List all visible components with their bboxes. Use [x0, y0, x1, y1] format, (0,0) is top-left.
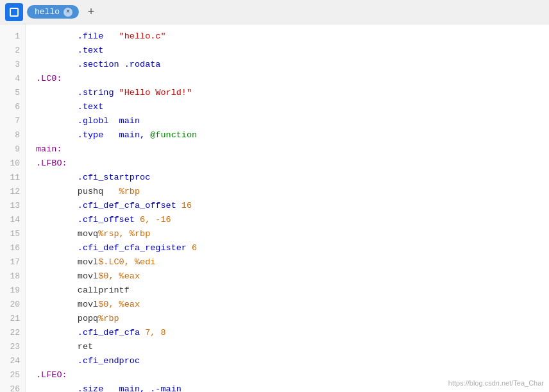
line-number: 18 — [0, 269, 25, 284]
watermark: https://blog.csdn.net/Tea_Char — [448, 379, 544, 387]
top-bar: hello × + — [0, 0, 549, 24]
tab-close-button[interactable]: × — [63, 8, 72, 17]
code-token: "Hello World!" — [119, 88, 192, 98]
code-token: .cfi_def_cfa_register — [36, 243, 192, 253]
code-line: .cfi_def_cfa 7, 8 — [36, 326, 539, 340]
code-token: ret — [36, 342, 93, 352]
code-token: movl — [36, 271, 98, 281]
code-token: 6 — [192, 243, 197, 253]
code-token: movl — [36, 257, 98, 267]
code-token: callprintf — [36, 285, 130, 295]
code-token: .type main, — [36, 130, 150, 140]
line-number: 2 — [0, 44, 25, 58]
code-line: pushq %rbp — [36, 185, 539, 199]
line-number: 25 — [0, 368, 25, 382]
code-line: .LC0: — [36, 72, 539, 86]
line-number: 23 — [0, 340, 25, 354]
code-token: %rbp — [98, 314, 119, 323]
code-token: .cfi_endproc — [36, 356, 140, 366]
code-line: .text — [36, 44, 539, 58]
code-token: movq — [36, 229, 98, 239]
line-number: 9 — [0, 142, 25, 157]
line-number: 12 — [0, 185, 25, 199]
code-line: .cfi_startproc — [36, 171, 539, 185]
code-token: pushq — [36, 187, 119, 196]
code-token: %rsp, %rbp — [98, 229, 150, 239]
code-line: ret — [36, 340, 539, 354]
code-line: movl$0, %eax — [36, 298, 539, 312]
line-number: 8 — [0, 128, 25, 142]
code-line: .globl main — [36, 114, 539, 128]
code-content[interactable]: .file "hello.c" .text .section .rodata.L… — [26, 24, 549, 392]
code-token: .cfi_def_cfa — [36, 328, 145, 337]
code-line: .cfi_offset 6, -16 — [36, 213, 539, 227]
active-tab[interactable]: hello × — [27, 5, 79, 19]
tab-label: hello — [35, 7, 60, 17]
code-token: .string — [36, 88, 119, 98]
add-tab-button[interactable]: + — [83, 4, 99, 21]
line-number: 13 — [0, 199, 25, 213]
code-token: 16 — [182, 201, 192, 210]
line-number: 7 — [0, 114, 25, 128]
code-token: .globl main — [36, 116, 140, 126]
code-token: $0, %eax — [98, 300, 140, 309]
code-token: movl — [36, 300, 98, 309]
line-number: 3 — [0, 58, 25, 72]
code-line: popq%rbp — [36, 312, 539, 326]
code-token: .LFEO: — [36, 370, 67, 380]
code-token: @function — [150, 130, 197, 140]
line-number: 21 — [0, 312, 25, 326]
plus-icon: + — [88, 5, 95, 19]
code-token: .text — [36, 102, 103, 112]
code-line: .section .rodata — [36, 58, 539, 72]
code-line: movl$0, %eax — [36, 269, 539, 284]
line-number: 24 — [0, 354, 25, 368]
code-token: $.LC0, %edi — [98, 257, 155, 267]
code-line: .cfi_endproc — [36, 354, 539, 368]
code-line: .file "hello.c" — [36, 30, 539, 44]
line-number: 1 — [0, 30, 25, 44]
code-token: main: — [36, 144, 62, 154]
line-number: 4 — [0, 72, 25, 86]
code-token: .cfi_startproc — [36, 173, 150, 182]
line-number: 16 — [0, 241, 25, 255]
code-editor: 1234567891011121314151617181920212223242… — [0, 24, 549, 392]
code-token: "hello.c" — [119, 31, 166, 41]
code-token: popq — [36, 314, 98, 323]
line-numbers: 1234567891011121314151617181920212223242… — [0, 24, 26, 392]
line-number: 14 — [0, 213, 25, 227]
code-token: %rbp — [119, 187, 140, 196]
code-token: .cfi_def_cfa_offset — [36, 201, 182, 210]
code-line: .type main, @function — [36, 128, 539, 142]
line-number: 19 — [0, 284, 25, 298]
code-line: .text — [36, 100, 539, 114]
code-token: $0, %eax — [98, 271, 140, 281]
close-icon: × — [66, 8, 70, 15]
logo-icon — [10, 8, 19, 17]
code-token: .text — [36, 46, 103, 55]
line-number: 20 — [0, 298, 25, 312]
code-line: .cfi_def_cfa_offset 16 — [36, 199, 539, 213]
line-number: 11 — [0, 171, 25, 185]
code-line: .LFBO: — [36, 157, 539, 171]
line-number: 15 — [0, 227, 25, 241]
line-number: 26 — [0, 382, 25, 392]
code-line: .string "Hello World!" — [36, 86, 539, 100]
code-line: .cfi_def_cfa_register 6 — [36, 241, 539, 255]
code-line: main: — [36, 142, 539, 157]
line-number: 5 — [0, 86, 25, 100]
line-number: 17 — [0, 255, 25, 269]
line-number: 10 — [0, 157, 25, 171]
code-line: movq%rsp, %rbp — [36, 227, 539, 241]
code-token: .LC0: — [36, 74, 62, 83]
code-token: .cfi_offset — [36, 215, 140, 225]
code-token: 6, -16 — [140, 215, 171, 225]
line-number: 6 — [0, 100, 25, 114]
code-token: .size main, .-main — [36, 384, 182, 392]
code-line: movl$.LC0, %edi — [36, 255, 539, 269]
code-token: .section .rodata — [36, 60, 160, 69]
app-logo — [5, 3, 23, 21]
line-number: 22 — [0, 326, 25, 340]
code-token: .LFBO: — [36, 158, 67, 168]
code-token: .file — [36, 31, 119, 41]
